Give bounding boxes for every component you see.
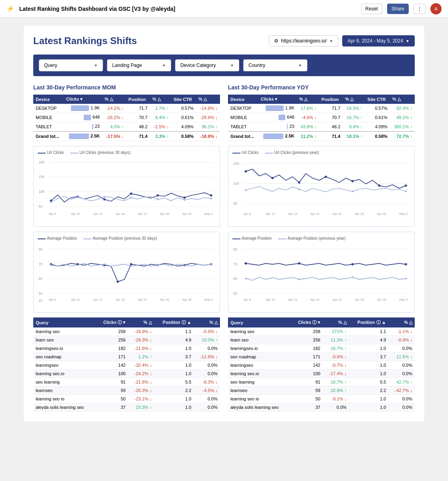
table-row: 48.2% ↑ (390, 113, 415, 122)
yoy-qt-query-header[interactable]: Query (228, 317, 291, 327)
mom-section-title: Last 30-Day Performance MOM (33, 84, 220, 91)
table-row: 70.7 (319, 113, 343, 122)
col-clicks-pct: % △ (102, 95, 126, 104)
list-item: 142 (291, 361, 323, 370)
table-row: 17.6% ↑ (297, 104, 319, 113)
more-button[interactable]: ⋮ (414, 4, 426, 14)
qt-clicks-header[interactable]: Clicks ⓘ ▾ (96, 317, 128, 327)
svg-text:Apr 26: Apr 26 (355, 212, 364, 216)
query-chevron: ▼ (94, 63, 98, 68)
qt-query-header[interactable]: Query (33, 317, 96, 327)
list-item: 1.1 (154, 327, 194, 336)
svg-text:50: 50 (38, 291, 42, 295)
svg-text:50: 50 (233, 202, 237, 206)
list-item: learn seo (33, 336, 96, 344)
list-item: -24.2% ↓ (128, 370, 154, 378)
list-item: 171 (96, 353, 128, 361)
landing-page-filter[interactable]: Landing Page ▼ (107, 59, 171, 71)
country-filter[interactable]: Country ▼ (243, 59, 307, 71)
url-chevron: ▼ (329, 39, 333, 43)
svg-point-48 (103, 264, 105, 265)
list-item: 5.5 (154, 378, 194, 386)
table-row: 48.2 (126, 122, 150, 132)
table-row: 3.3% ↑ (150, 131, 171, 141)
list-item: 1.0 (349, 344, 389, 353)
table-row: 23 (64, 122, 102, 132)
list-item: 23.3% ↑ (128, 403, 154, 412)
list-item: 10.3% ↑ (194, 336, 220, 344)
svg-point-12 (157, 194, 159, 197)
table-row: 1.9K (64, 104, 102, 113)
list-item: 59 (96, 386, 128, 395)
svg-point-17 (103, 196, 105, 198)
svg-text:Apr 14: Apr 14 (93, 212, 103, 216)
table-row: 0.58% (365, 131, 390, 141)
position-svg-yoy: 80 70 60 50 (232, 243, 410, 307)
list-item: 50 (291, 395, 323, 403)
table-row: 18.5% ↑ (343, 104, 365, 113)
table-row: 4.5% ↑ (102, 122, 126, 132)
col-clicks[interactable]: Clicks ▾ (64, 95, 102, 104)
landing-page-chevron: ▼ (162, 63, 166, 68)
date-value: Apr 6, 2024 - May 5, 2024 (347, 38, 403, 44)
svg-point-95 (405, 263, 407, 266)
list-item: 256 (291, 336, 323, 344)
yoy-qt-pos-header[interactable]: Position ⓘ ▲ (349, 317, 389, 327)
list-item: -8.3% ↓ (194, 378, 220, 386)
list-item: 4.9 (349, 336, 389, 344)
reset-button[interactable]: Reset (361, 4, 382, 14)
yoy-col-ctr: Site CTR (365, 95, 390, 104)
list-item: aleyda solis learning seo (228, 403, 291, 412)
col-ctr: Site CTR (171, 95, 196, 104)
list-item: -18.9% ↓ (128, 327, 154, 336)
position-legend-mom: Average Position Average Position (previ… (38, 236, 216, 240)
list-item: 2.2 (154, 386, 194, 395)
table-row: 71.7 (126, 104, 150, 113)
yoy-col-clicks[interactable]: Clicks ▾ (258, 95, 297, 104)
yoy-col-ctr-pct: % △ (390, 95, 415, 104)
svg-point-75 (405, 191, 407, 192)
position-chart-mom: Average Position Average Position (previ… (33, 232, 220, 313)
table-row: 43.8% ↑ (297, 122, 319, 132)
list-item: seo learning (33, 378, 96, 386)
list-item: learning seo.io (228, 370, 291, 378)
table-row: 4.09% (365, 122, 390, 132)
qt-pos-header[interactable]: Position ⓘ ▲ (154, 317, 194, 327)
url-selector[interactable]: ⚙ https://learningseo.io/ ▼ (269, 35, 338, 46)
list-item: -1.1% ↓ (388, 327, 415, 336)
list-item: 3.7 (154, 353, 194, 361)
table-row: DESKTOP (228, 104, 258, 113)
share-button[interactable]: Share (387, 4, 409, 14)
table-row: DESKTOP (33, 104, 64, 113)
date-range-selector[interactable]: Apr 6, 2024 - May 5, 2024 ▼ (342, 35, 415, 46)
list-item: learningseo (33, 361, 96, 370)
svg-point-69 (351, 180, 354, 183)
list-item: learning seo io (33, 395, 96, 403)
list-item: -0.9% ↓ (388, 336, 415, 344)
query-filter[interactable]: Query ▼ (39, 59, 103, 71)
list-item: 16.7% ↑ (323, 378, 349, 386)
svg-point-99 (405, 278, 407, 279)
clicks-svg-mom: 200 150 100 50 (38, 157, 216, 221)
svg-point-47 (50, 265, 52, 266)
svg-point-15 (50, 201, 52, 203)
svg-text:70: 70 (233, 262, 237, 266)
svg-text:150: 150 (233, 162, 239, 166)
device-category-filter[interactable]: Device Category ▼ (175, 59, 239, 71)
table-row: Grand tot... (228, 131, 258, 141)
list-item: -0.9% ↓ (194, 327, 220, 336)
list-item: 0.0% (194, 344, 220, 353)
yoy-qt-clicks-header[interactable]: Clicks ⓘ ▾ (291, 317, 323, 327)
svg-text:Apr 26: Apr 26 (160, 212, 169, 216)
col-ctr-pct: % △ (196, 95, 220, 104)
header-controls: ⚙ https://learningseo.io/ ▼ Apr 6, 2024 … (269, 35, 415, 46)
list-item: -26.3% ↓ (128, 386, 154, 395)
avatar[interactable]: A (430, 3, 442, 14)
svg-point-74 (351, 191, 353, 192)
svg-text:Apr 26: Apr 26 (160, 298, 169, 302)
table-row: -18.9% ↓ (196, 131, 220, 141)
list-item: 142 (96, 361, 128, 370)
list-item: 37 (96, 403, 128, 412)
svg-text:Apr 30: Apr 30 (182, 212, 192, 216)
table-row: TABLET (228, 122, 258, 132)
